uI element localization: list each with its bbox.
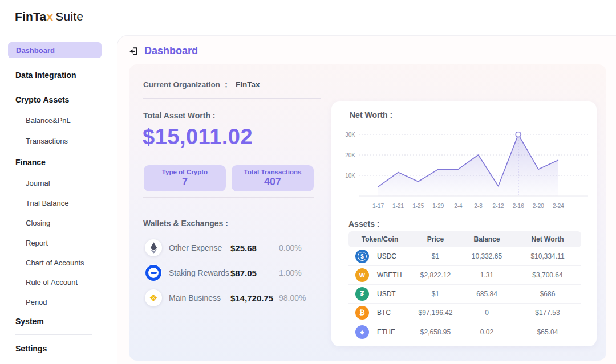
networth-chart[interactable]: 10K20K30K1-171-211-251-292-42-82-122-162… bbox=[338, 128, 589, 213]
sidebar-item-system[interactable]: System bbox=[15, 317, 44, 326]
sidebar-item-report[interactable]: Report bbox=[26, 239, 48, 247]
wallet-name: Staking Rewards bbox=[169, 268, 230, 277]
total-asset-worth-value: $15,011.02 bbox=[143, 125, 253, 149]
sidebar-divider bbox=[15, 334, 92, 335]
token-balance: 0.02 bbox=[460, 328, 514, 336]
token-net-worth: $177.53 bbox=[514, 309, 581, 317]
wallet-amount: $25.68 bbox=[230, 243, 279, 253]
stats-divider bbox=[143, 197, 314, 198]
networth-assets-card: Net Worth : 10K20K30K1-171-211-251-292-4… bbox=[331, 101, 597, 346]
sidebar-item-rule-of-account[interactable]: Rule of Account bbox=[26, 278, 78, 287]
sidebar-item-closing[interactable]: Closing bbox=[26, 219, 50, 227]
svg-text:20K: 20K bbox=[345, 152, 355, 158]
wallet-percent: 0.00% bbox=[279, 243, 302, 252]
brand-rest: Suite bbox=[55, 10, 83, 23]
org-divider bbox=[143, 98, 321, 99]
svg-text:10K: 10K bbox=[345, 173, 355, 179]
sidebar-item-crypto-assets[interactable]: Crypto Assets bbox=[15, 95, 69, 104]
sidebar-item-transactions[interactable]: Transactions bbox=[26, 137, 68, 145]
col-net-worth: Net Worth bbox=[514, 235, 581, 243]
wallet-name: Main Business bbox=[169, 293, 230, 302]
col-token-coin: Token/Coin bbox=[348, 235, 411, 243]
stat-card-type-of-crypto: Type of Crypto 7 bbox=[144, 165, 226, 191]
table-row-wbeth: W WBETH $2,822.12 1.31 $3,700.64 bbox=[348, 266, 581, 285]
token-price: $2,822.12 bbox=[411, 271, 460, 279]
current-organization: Current Organization ： FinTax bbox=[143, 80, 260, 90]
wallet-row-main-business: ❖ Main Business $14,720.75 98.00% bbox=[143, 285, 326, 310]
token-price: $1 bbox=[411, 252, 460, 260]
ethereum-icon bbox=[145, 239, 162, 256]
token-balance: 0 bbox=[460, 309, 514, 317]
table-row-btc: ₿ BTC $97,196.42 0 $177.53 bbox=[348, 304, 581, 322]
sidebar: Dashboard Data Integration Crypto Assets… bbox=[0, 35, 117, 364]
wallet-percent: 1.00% bbox=[279, 268, 302, 277]
token-symbol: BTC bbox=[377, 309, 391, 317]
table-row-usdc: $ USDC $1 10,332.65 $10,334.11 bbox=[348, 247, 581, 266]
sidebar-item-finance[interactable]: Finance bbox=[15, 158, 46, 167]
token-price: $2,658.95 bbox=[411, 328, 460, 336]
svg-text:2-8: 2-8 bbox=[474, 203, 483, 209]
brand-accent-x: x bbox=[46, 10, 53, 23]
svg-text:2-24: 2-24 bbox=[553, 203, 564, 209]
table-row-ethe: ◆ ETHE $2,658.95 0.02 $65.04 bbox=[348, 322, 581, 341]
token-symbol: ETHE bbox=[377, 328, 395, 336]
table-row-usdt: ₮ USDT $1 685.84 $686 bbox=[348, 285, 581, 304]
wbeth-icon: W bbox=[355, 268, 369, 282]
token-price: $97,196.42 bbox=[411, 309, 460, 317]
brand-bold: FinTa bbox=[15, 10, 46, 23]
topbar: FinTaxSuite bbox=[0, 0, 616, 35]
main-content: Dashboard Current Organization ： FinTax … bbox=[117, 35, 616, 364]
token-balance: 685.84 bbox=[460, 290, 514, 298]
col-balance: Balance bbox=[460, 235, 514, 243]
page-header: Dashboard bbox=[128, 45, 198, 57]
svg-text:2-4: 2-4 bbox=[454, 203, 463, 209]
coinbase-icon bbox=[145, 264, 162, 281]
svg-text:30K: 30K bbox=[345, 132, 355, 138]
sidebar-item-dashboard[interactable]: Dashboard bbox=[8, 42, 102, 58]
wallet-row-staking-rewards: Staking Rewards $87.05 1.00% bbox=[143, 260, 326, 285]
token-net-worth: $686 bbox=[514, 290, 581, 298]
wallet-amount: $87.05 bbox=[230, 268, 279, 278]
page-title: Dashboard bbox=[144, 45, 198, 57]
svg-text:1-25: 1-25 bbox=[412, 203, 424, 209]
wallet-list: Other Expense $25.68 0.00% Staking Rewar… bbox=[143, 235, 326, 310]
wallet-percent: 98.00% bbox=[279, 293, 306, 302]
assets-table: Token/Coin Price Balance Net Worth $ USD… bbox=[348, 231, 581, 341]
sidebar-item-period[interactable]: Period bbox=[26, 298, 47, 306]
svg-text:1-17: 1-17 bbox=[372, 203, 384, 209]
token-balance: 1.31 bbox=[460, 271, 514, 279]
usdt-icon: ₮ bbox=[355, 287, 369, 301]
brand-logo: FinTaxSuite bbox=[15, 10, 83, 23]
current-organization-value: FinTax bbox=[236, 80, 260, 89]
app-root: FinTaxSuite Dashboard Data Integration C… bbox=[0, 0, 616, 364]
svg-text:2-12: 2-12 bbox=[493, 203, 504, 209]
token-balance: 10,332.65 bbox=[460, 252, 514, 260]
wallet-name: Other Expense bbox=[169, 243, 230, 252]
sidebar-item-trial-balance[interactable]: Trial Balance bbox=[26, 199, 68, 207]
dashboard-panel: Current Organization ： FinTax Total Asse… bbox=[129, 64, 606, 361]
token-price: $1 bbox=[411, 290, 460, 298]
svg-text:1-21: 1-21 bbox=[392, 203, 404, 209]
stat-card-total-transactions: Total Transactions 407 bbox=[232, 165, 314, 191]
sidebar-item-journal[interactable]: Journal bbox=[26, 179, 50, 187]
stat-label: Type of Crypto bbox=[162, 169, 208, 175]
svg-text:2-20: 2-20 bbox=[533, 203, 544, 209]
stat-label: Total Transactions bbox=[244, 169, 302, 175]
networth-label: Net Worth : bbox=[350, 111, 392, 120]
summary-stats: Type of Crypto 7 Total Transactions 407 bbox=[144, 165, 314, 191]
sidebar-item-settings[interactable]: Settings bbox=[15, 344, 47, 353]
token-symbol: WBETH bbox=[377, 271, 402, 279]
wallet-amount: $14,720.75 bbox=[230, 293, 279, 303]
sidebar-item-balance-pnl[interactable]: Balance&PnL bbox=[26, 116, 71, 125]
wallet-row-other-expense: Other Expense $25.68 0.00% bbox=[143, 235, 326, 260]
svg-text:1-29: 1-29 bbox=[432, 203, 444, 209]
sidebar-item-data-integration[interactable]: Data Integration bbox=[15, 71, 76, 80]
stat-value: 7 bbox=[182, 176, 188, 188]
back-icon[interactable] bbox=[128, 46, 139, 56]
stat-value: 407 bbox=[264, 176, 281, 188]
token-symbol: USDT bbox=[377, 290, 396, 298]
col-price: Price bbox=[411, 235, 460, 243]
token-net-worth: $65.04 bbox=[514, 328, 581, 336]
sidebar-item-chart-of-accounts[interactable]: Chart of Accounts bbox=[26, 259, 84, 267]
token-net-worth: $3,700.64 bbox=[514, 271, 581, 279]
